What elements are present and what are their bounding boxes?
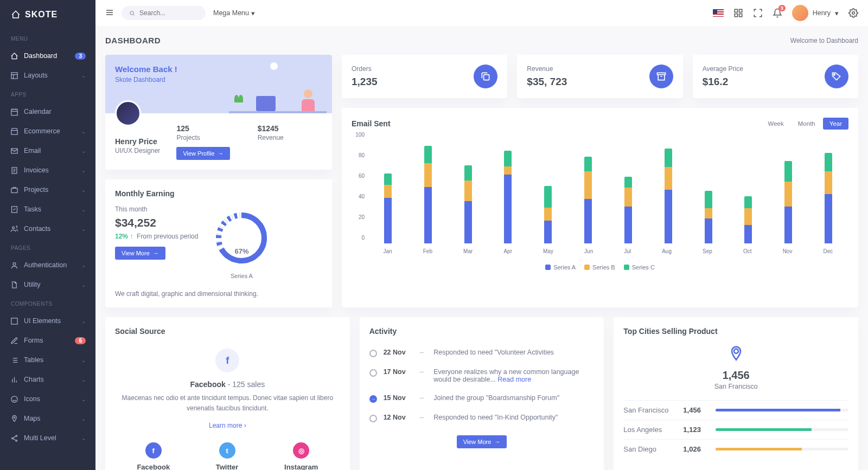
arrow-right-icon: → [418, 349, 425, 356]
task-icon [10, 205, 18, 214]
sidebar-item-contacts[interactable]: Contacts⌄ [0, 219, 95, 239]
bar-nov[interactable] [784, 161, 792, 243]
bar-aug[interactable] [665, 149, 672, 243]
svg-rect-16 [739, 9, 742, 12]
search-box[interactable] [122, 6, 206, 20]
time-toggle-month[interactable]: Month [792, 118, 822, 130]
arrow-right-icon: → [218, 150, 224, 157]
chart-y-tick: 40 [359, 194, 365, 199]
activity-date: 22 Nov [384, 349, 410, 356]
legend-item[interactable]: Series A [545, 264, 576, 271]
earning-desc: We craft digital, graphic and dimensiona… [115, 290, 322, 298]
menu-section-title: MENU [0, 29, 95, 46]
sidebar-item-maps[interactable]: Maps⌄ [0, 409, 95, 428]
sidebar-item-layouts[interactable]: Layouts⌄ [0, 66, 95, 85]
list-icon [10, 356, 18, 364]
notification-bell-icon[interactable]: 3 [773, 8, 782, 18]
bar-segment [424, 187, 432, 244]
bar-segment [504, 175, 512, 243]
sidebar-item-dashboard[interactable]: Dashboard3 [0, 46, 95, 66]
legend-item[interactable]: Series C [624, 264, 655, 271]
radial-chart: 67% [209, 205, 274, 271]
time-toggle-week[interactable]: Week [762, 118, 790, 130]
svg-point-7 [13, 262, 16, 265]
view-profile-button[interactable]: View Profile → [176, 147, 230, 160]
chart-x-tick: Sep [703, 248, 712, 254]
sidebar-item-charts[interactable]: Charts⌄ [0, 370, 95, 389]
stat-label: Revenue [527, 65, 567, 73]
sidebar-item-ecommerce[interactable]: Ecommerce⌄ [0, 121, 95, 141]
activity-date: 12 Nov [384, 414, 410, 421]
chart-y-tick: 80 [359, 152, 365, 158]
grid-apps-icon[interactable] [733, 8, 743, 18]
mega-menu-dropdown[interactable]: Mega Menu ▾ [213, 9, 255, 17]
bar-segment [705, 218, 712, 243]
bar-apr[interactable] [504, 151, 512, 243]
chevron-down-icon: ⌄ [81, 377, 86, 383]
legend-item[interactable]: Series B [584, 264, 615, 271]
sidebar-item-tasks[interactable]: Tasks⌄ [0, 199, 95, 219]
bar-segment [624, 188, 632, 206]
radial-pct: 67% [209, 247, 274, 255]
welcome-heading: Welcome Back ! [115, 65, 177, 74]
email-bar-chart[interactable]: 020406080100 JanFebMarAprMayJunJulAugSep… [352, 140, 848, 260]
email-sent-card: Email Sent WeekMonthYear 020406080100 Ja… [342, 108, 858, 307]
sidebar-item-authentication[interactable]: Authentication⌄ [0, 255, 95, 275]
avatar [792, 5, 808, 21]
sidebar-item-invoices[interactable]: Invoices⌄ [0, 160, 95, 180]
user-menu[interactable]: Henry ▾ [792, 5, 839, 21]
sidebar-item-projects[interactable]: Projects⌄ [0, 180, 95, 199]
sidebar-item-forms[interactable]: Forms6 [0, 331, 95, 350]
profile-avatar [115, 100, 141, 126]
facebook-icon: f [145, 442, 162, 459]
sidebar-item-tables[interactable]: Tables⌄ [0, 350, 95, 370]
menu-toggle-icon[interactable] [105, 8, 114, 18]
store-icon [10, 127, 18, 136]
bar-oct[interactable] [744, 196, 752, 243]
brand-logo[interactable]: SKOTE [0, 0, 95, 29]
fullscreen-icon[interactable] [753, 8, 763, 18]
bar-may[interactable] [544, 186, 552, 243]
search-input[interactable] [139, 9, 198, 17]
settings-gear-icon[interactable] [848, 8, 858, 18]
radial-series-label: Series A [209, 273, 274, 279]
view-more-activity-button[interactable]: View More → [457, 435, 507, 448]
bar-segment [424, 163, 432, 187]
bar-jan[interactable] [384, 173, 392, 243]
sidebar-item-label: Tables [24, 356, 43, 364]
sidebar-item-utility[interactable]: Utility⌄ [0, 275, 95, 294]
bar-sep[interactable] [705, 191, 712, 243]
sidebar-item-icons[interactable]: Icons⌄ [0, 389, 95, 409]
sidebar-item-label: UI Elements [24, 317, 61, 325]
bar-mar[interactable] [464, 165, 472, 243]
bar-jun[interactable] [584, 157, 592, 243]
sidebar-item-label: Email [24, 147, 41, 154]
chart-x-tick: Aug [662, 248, 672, 254]
view-more-earning-button[interactable]: View More → [115, 247, 165, 260]
sidebar-item-multi-level[interactable]: Multi Level⌄ [0, 428, 95, 448]
sidebar-item-email[interactable]: Email⌄ [0, 141, 95, 160]
sidebar-item-calendar[interactable]: Calendar [0, 102, 95, 121]
menu-section-title: COMPONENTS [0, 294, 95, 311]
bar-dec[interactable] [825, 153, 832, 243]
activity-date: 15 Nov [384, 394, 410, 402]
social-mini-instagram[interactable]: ◎Instagram104 sales [284, 442, 318, 470]
bar-jul[interactable] [624, 177, 632, 243]
read-more-link[interactable]: Read more [497, 376, 531, 383]
bar-segment [665, 190, 672, 243]
notification-badge: 3 [778, 5, 786, 11]
learn-more-link[interactable]: Learn more › [209, 422, 246, 429]
chevron-down-icon: ⌄ [81, 318, 86, 324]
time-toggle-year[interactable]: Year [823, 118, 848, 130]
svg-rect-8 [11, 318, 17, 324]
sidebar-item-ui-elements[interactable]: UI Elements⌄ [0, 311, 95, 331]
bar-feb[interactable] [424, 146, 432, 243]
svg-rect-15 [735, 9, 737, 12]
bar-segment [825, 171, 832, 194]
page-title: DASHBOARD [105, 36, 161, 45]
instagram-icon: ◎ [293, 442, 309, 459]
language-flag-icon[interactable] [713, 9, 724, 17]
file-icon [10, 280, 18, 289]
social-mini-facebook[interactable]: fFacebook125 sales [137, 442, 170, 470]
social-mini-twitter[interactable]: tTwitter112 sales [214, 442, 240, 470]
